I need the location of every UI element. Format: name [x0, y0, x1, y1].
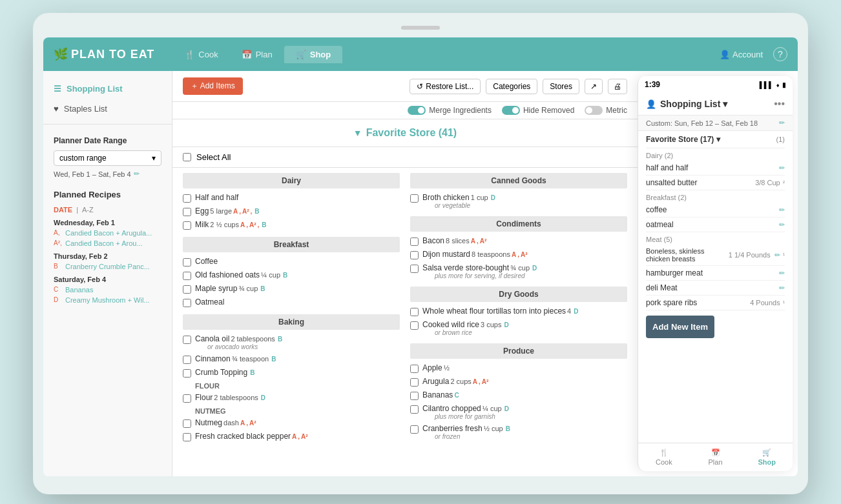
mobile-avatar-icon: 👤 — [646, 99, 656, 109]
nav-tab-shop[interactable]: 🛒 Shop — [284, 46, 343, 63]
list-item: Cranberries fresh ½ cup B or frozen — [410, 422, 627, 442]
list-item: Arugula 2 cups A, A² — [410, 375, 627, 388]
shop-icon: 🛒 — [296, 50, 306, 59]
item-checkbox[interactable] — [410, 405, 419, 414]
item-checkbox[interactable] — [410, 308, 419, 316]
app-logo: 🌿 PLAN TO EAT — [54, 47, 154, 61]
item-checkbox[interactable] — [410, 365, 419, 373]
item-checkbox[interactable] — [410, 237, 419, 246]
cook-icon: 🍴 — [184, 50, 194, 59]
recipe-item[interactable]: A², Candied Bacon + Arou... — [43, 238, 172, 248]
item-checkbox[interactable] — [183, 221, 191, 230]
category-produce: Produce — [410, 343, 627, 359]
mobile-plan-icon: 📅 — [711, 449, 720, 457]
stores-button[interactable]: Stores — [543, 79, 579, 94]
item-checkbox[interactable] — [183, 336, 191, 344]
chevron-down-icon: ▾ — [152, 154, 156, 163]
mobile-store-name: Favorite Store (17) ▾ — [646, 135, 720, 144]
mobile-nav-shop[interactable]: 🛒 Shop — [741, 443, 793, 471]
list-item: Flour 2 tablespoons D — [183, 391, 400, 405]
date-range-dropdown[interactable]: custom range ▾ — [54, 150, 161, 166]
battery-icon: ▮ — [782, 81, 786, 88]
mobile-store-chevron: ▾ — [716, 135, 720, 144]
sort-az[interactable]: A-Z — [82, 206, 94, 214]
list-item: Cilantro chopped ¼ cup D plus more for g… — [410, 402, 627, 422]
help-button[interactable]: ? — [773, 47, 787, 61]
item-checkbox[interactable] — [183, 272, 191, 280]
item-checkbox[interactable] — [410, 378, 419, 387]
item-checkbox[interactable] — [183, 369, 191, 378]
mobile-menu-button[interactable]: ••• — [774, 98, 785, 110]
item-checkbox[interactable] — [410, 321, 419, 330]
recipe-item[interactable]: B Cranberry Crumble Panc... — [43, 261, 172, 272]
print-icon: 🖨 — [614, 82, 621, 91]
item-checkbox[interactable] — [183, 285, 191, 294]
share-button[interactable]: ↗ — [585, 79, 603, 94]
list-item: Fresh cracked black pepper A, A² — [183, 430, 400, 443]
account-icon: 👤 — [720, 50, 730, 59]
item-checkbox[interactable] — [183, 433, 191, 441]
sidebar-divider — [43, 124, 172, 125]
date-range-edit-icon[interactable]: ✏ — [134, 170, 140, 178]
mobile-cook-icon: 🍴 — [659, 449, 669, 457]
mobile-header: 👤 Shopping List ▾ ••• — [638, 93, 793, 116]
main-content: ＋ Add Items ↺ Restore List... Categories… — [172, 71, 638, 476]
list-item: Dijon mustard 8 teaspoons A, A² — [410, 248, 627, 261]
metric-switch[interactable] — [585, 106, 603, 115]
recipe-item[interactable]: D Creamy Mushroom + Wil... — [43, 295, 172, 305]
print-button[interactable]: 🖨 — [608, 79, 627, 94]
recipe-item[interactable]: A, Candied Bacon + Arugula... — [43, 228, 172, 238]
item-checkbox[interactable] — [183, 258, 191, 267]
merge-toggle-switch[interactable] — [408, 106, 426, 115]
item-checkbox[interactable] — [410, 265, 419, 273]
mobile-add-new-item-button[interactable]: Add New Item — [646, 316, 714, 338]
mobile-status-icons: ▌▌▌ ⬧ ▮ — [760, 81, 786, 88]
list-item: Half and half — [183, 191, 400, 205]
sort-date[interactable]: DATE — [54, 206, 72, 214]
mobile-scroll-area: Favorite Store (17) ▾ (1) Dairy (2) half… — [638, 131, 793, 443]
item-checkbox[interactable] — [183, 356, 191, 364]
categories-button[interactable]: Categories — [486, 79, 537, 94]
item-checkbox[interactable] — [183, 299, 191, 307]
sidebar-staples-list[interactable]: ♥ Staples List — [43, 99, 172, 119]
device-notch — [401, 26, 440, 30]
category-dairy: Dairy — [183, 173, 400, 188]
mobile-nav-plan[interactable]: 📅 Plan — [690, 443, 742, 471]
item-checkbox[interactable] — [410, 425, 419, 434]
item-checkbox[interactable] — [183, 208, 191, 216]
list-item: Bacon 8 slices A, A² — [410, 234, 627, 248]
select-all-checkbox[interactable] — [183, 153, 191, 161]
restore-list-button[interactable]: ↺ Restore List... — [410, 79, 481, 94]
item-checkbox[interactable] — [183, 419, 191, 428]
item-checkbox[interactable] — [410, 392, 419, 400]
mobile-edit-icon[interactable]: ✏ — [779, 269, 785, 277]
recipe-item[interactable]: C Bananas — [43, 285, 172, 295]
list-item: Salsa verde store-bought ¾ cup D plus mo… — [410, 261, 627, 281]
nav-tab-cook[interactable]: 🍴 Cook — [172, 46, 229, 63]
mobile-edit-icon[interactable]: ✏ — [774, 251, 780, 259]
item-checkbox[interactable] — [183, 194, 191, 203]
mobile-category-breakfast: Breakfast (2) — [646, 190, 785, 203]
add-items-button[interactable]: ＋ Add Items — [183, 77, 243, 95]
wifi-icon: ⬧ — [776, 81, 780, 88]
list-item: Old fashioned oats ¼ cup B — [183, 268, 400, 282]
nav-tab-plan[interactable]: 📅 Plan — [230, 46, 284, 63]
nutmeg-sublabel: NUTMEG — [183, 405, 400, 416]
item-checkbox[interactable] — [183, 394, 191, 403]
mobile-header-title: Shopping List ▾ — [660, 99, 770, 109]
mobile-date-edit-icon[interactable]: ✏ — [779, 119, 785, 127]
mobile-edit-icon[interactable]: ✏ — [779, 164, 785, 172]
mobile-nav-cook[interactable]: 🍴 Cook — [638, 443, 690, 471]
hide-removed-switch[interactable] — [502, 106, 520, 115]
logo-icon: 🌿 — [54, 47, 68, 61]
list-item: Broth chicken 1 cup D or vegetable — [410, 191, 627, 211]
mobile-edit-icon[interactable]: ✏ — [779, 221, 785, 229]
item-checkbox[interactable] — [410, 251, 419, 259]
item-checkbox[interactable] — [410, 194, 419, 203]
mobile-edit-icon[interactable]: ✏ — [779, 206, 785, 214]
account-button[interactable]: 👤 Account — [720, 50, 763, 59]
mobile-store-section: Favorite Store (17) ▾ (1) Dairy (2) half… — [638, 131, 793, 310]
right-column: Canned Goods Broth chicken 1 cup D or ve… — [405, 168, 632, 443]
sidebar-shopping-list[interactable]: ☰ Shopping List — [43, 79, 172, 99]
mobile-edit-icon[interactable]: ✏ — [779, 284, 785, 292]
